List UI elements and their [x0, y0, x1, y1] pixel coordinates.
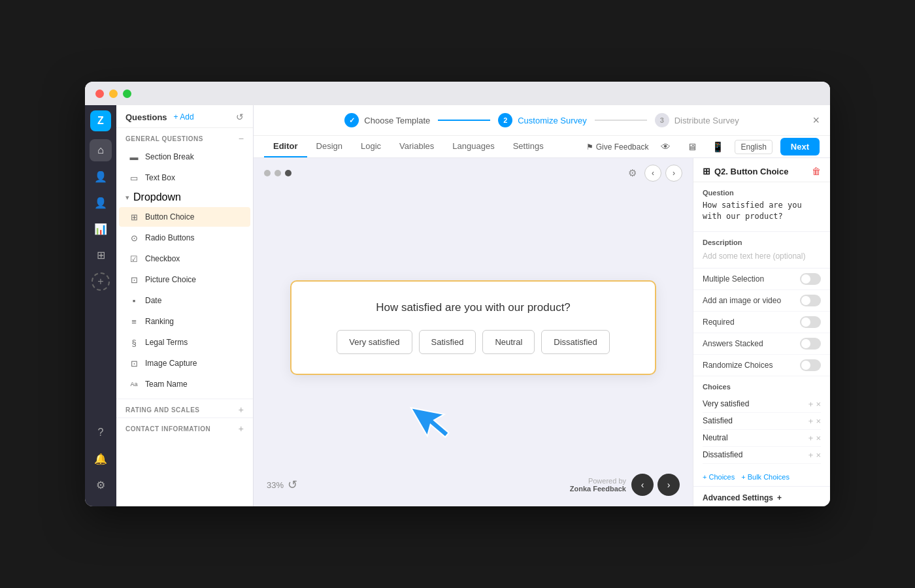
language-button[interactable]: English	[735, 140, 772, 154]
dot-3[interactable]	[285, 170, 291, 176]
maximize-traffic-light[interactable]	[123, 90, 131, 98]
q-item-legal-terms[interactable]: § Legal Terms	[119, 333, 250, 352]
q-item-image-capture[interactable]: ⊡ Image Capture	[119, 353, 250, 373]
mobile-view-button[interactable]: 📱	[708, 138, 727, 156]
q-item-ranking[interactable]: ≡ Ranking	[119, 312, 250, 331]
bottom-icons: ? 🔔 ⚙	[90, 421, 112, 496]
preview-area: ⚙ ‹ › How satisfied are	[254, 158, 693, 506]
button-choice-label: Button Choice	[145, 212, 194, 221]
tab-design[interactable]: Design	[307, 136, 352, 157]
choices-section: Choices Very satisfied + × Satisfied +	[693, 376, 830, 468]
ranking-icon: ≡	[128, 316, 140, 327]
add-question-button[interactable]: + Add	[174, 112, 194, 122]
dot-2[interactable]	[274, 170, 281, 176]
nav-settings[interactable]: ⚙	[90, 474, 112, 496]
choice-row-3-remove[interactable]: ×	[816, 450, 821, 460]
steps-bar: ✓ Choose Template 2 Customize Survey 3 D…	[254, 105, 830, 135]
next-button[interactable]: Next	[780, 138, 820, 155]
feedback-link[interactable]: ⚑ Give Feedback	[586, 142, 649, 152]
questions-panel-header-left: Questions + Add	[125, 112, 194, 122]
add-choices-button[interactable]: + Choices	[703, 473, 735, 481]
delete-question-button[interactable]: 🗑	[812, 166, 821, 176]
advanced-settings-toggle[interactable]: Advanced Settings +	[703, 493, 821, 502]
step2-label: Customize Survey	[518, 116, 586, 125]
contact-section-expand[interactable]: +	[239, 423, 244, 434]
date-icon: ▪	[128, 295, 140, 306]
tab-settings[interactable]: Settings	[504, 136, 553, 157]
nav-users[interactable]: 👤	[90, 165, 112, 188]
q-item-team-name[interactable]: Aa Team Name	[119, 374, 250, 394]
toggle-answers-stacked[interactable]	[800, 338, 821, 350]
tab-languages[interactable]: Languages	[443, 136, 503, 157]
choice-row-0-remove[interactable]: ×	[816, 399, 821, 409]
app-logo[interactable]: Z	[90, 110, 111, 131]
preview-topbar: ⚙ ‹ ›	[254, 158, 693, 188]
q-item-button-choice[interactable]: ⊞ Button Choice	[119, 207, 250, 227]
tab-editor[interactable]: Editor	[264, 136, 307, 157]
step-choose-template[interactable]: ✓ Choose Template	[344, 113, 430, 127]
general-section-collapse[interactable]: −	[239, 133, 244, 144]
nav-home[interactable]: ⌂	[90, 139, 112, 161]
survey-question: How satisfied are you with our product?	[318, 301, 629, 314]
toggle-multiple-selection[interactable]	[800, 273, 821, 285]
nav-chart[interactable]: 📊	[90, 218, 112, 240]
preview-next-button[interactable]: ›	[665, 165, 682, 182]
nav-person[interactable]: 👤	[90, 191, 112, 214]
choice-row-2-add[interactable]: +	[808, 433, 814, 443]
legal-terms-icon: §	[128, 336, 140, 348]
desktop-view-button[interactable]: 🖥	[682, 138, 701, 156]
nav-grid[interactable]: ⊞	[90, 244, 112, 266]
choice-row-1-add[interactable]: +	[808, 416, 814, 426]
choice-dissatisfied[interactable]: Dissatisfied	[541, 330, 609, 354]
nav-prev-button[interactable]: ‹	[631, 474, 654, 496]
rating-section: RATING AND SCALES +	[116, 399, 253, 417]
q-item-dropdown-toggle[interactable]: ▾ Dropdown	[116, 188, 253, 206]
rp-toggle-image-video: Add an image or video	[693, 290, 830, 312]
preview-gear-button[interactable]: ⚙	[624, 165, 640, 182]
q-item-section-break[interactable]: ▬ Section Break	[119, 147, 250, 167]
advanced-settings-expand-icon: +	[777, 493, 782, 502]
choice-row-1-remove[interactable]: ×	[816, 416, 821, 426]
nav-next-button[interactable]: ›	[657, 474, 680, 496]
choice-row-3-add[interactable]: +	[808, 450, 814, 460]
choice-row-2-remove[interactable]: ×	[816, 433, 821, 443]
bulk-choices-button[interactable]: + Bulk Choices	[741, 473, 790, 481]
q-item-text-box[interactable]: ▭ Text Box	[119, 168, 250, 188]
minimize-traffic-light[interactable]	[109, 90, 118, 98]
choice-neutral[interactable]: Neutral	[482, 330, 535, 354]
preview-prev-button[interactable]: ‹	[644, 165, 661, 182]
tabs-bar: Editor Design Logic Variables Languages …	[254, 135, 830, 157]
rating-section-expand[interactable]: +	[239, 404, 244, 415]
tab-variables[interactable]: Variables	[390, 136, 443, 157]
q-item-radio-buttons[interactable]: ⊙ Radio Buttons	[119, 228, 250, 248]
q-item-checkbox[interactable]: ☑ Checkbox	[119, 249, 250, 269]
choice-satisfied[interactable]: Satisfied	[419, 330, 476, 354]
progress-spinner-icon: ↺	[288, 478, 297, 492]
q-item-date[interactable]: ▪ Date	[119, 291, 250, 310]
step3-circle: 3	[655, 113, 669, 127]
toggle-randomize-choices[interactable]	[800, 359, 821, 371]
dropdown-label: Dropdown	[133, 191, 181, 203]
step-distribute-survey[interactable]: 3 Distribute Survey	[655, 113, 739, 127]
tab-logic[interactable]: Logic	[352, 136, 390, 157]
preview-eye-button[interactable]: 👁	[656, 138, 674, 156]
nav-add-button[interactable]: +	[92, 272, 110, 291]
close-button[interactable]: ×	[812, 114, 820, 127]
toggle-required[interactable]	[800, 316, 821, 328]
rp-question-input[interactable]: How satisfied are you with our product?	[703, 200, 821, 222]
nav-bell[interactable]: 🔔	[90, 448, 112, 470]
toggle-image-video[interactable]	[800, 295, 821, 306]
choice-row-0-add[interactable]: +	[808, 399, 814, 409]
general-questions-section-header: GENERAL QUESTIONS −	[116, 128, 253, 146]
choice-very-satisfied[interactable]: Very satisfied	[337, 330, 412, 354]
close-traffic-light[interactable]	[95, 90, 104, 98]
questions-panel-refresh-icon[interactable]: ↺	[236, 112, 244, 122]
step1-circle: ✓	[344, 113, 359, 127]
q-item-picture-choice[interactable]: ⊡ Picture Choice	[119, 270, 250, 289]
nav-help[interactable]: ?	[90, 421, 112, 444]
contact-section: CONTACT INFORMATION +	[116, 417, 253, 436]
dot-1[interactable]	[264, 170, 271, 176]
brand-label: Zonka Feedback	[570, 485, 626, 493]
step-customize-survey[interactable]: 2 Customize Survey	[498, 113, 586, 127]
rating-section-title: RATING AND SCALES	[125, 406, 200, 414]
